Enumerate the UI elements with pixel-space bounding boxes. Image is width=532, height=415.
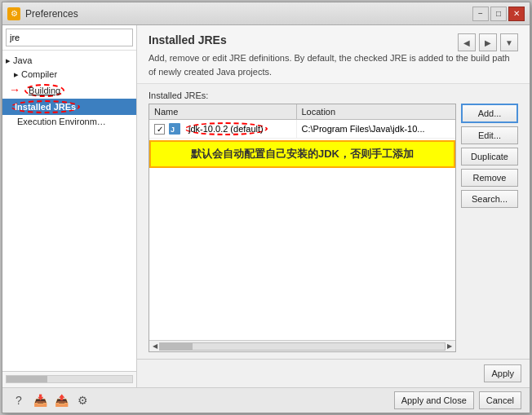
annotation-box: 默认会自动配置自己安装的JDK，否则手工添加 <box>149 140 455 168</box>
apply-button[interactable]: Apply <box>484 364 521 382</box>
jre-location-cell: C:\Program Files\Java\jdk-10... <box>296 120 455 139</box>
jres-table-wrap: Name Location ✓ <box>149 104 456 352</box>
main-header: Installed JREs ◀ ▶ ▼ Add, remove or edit… <box>137 25 530 84</box>
export-icon[interactable]: 📤 <box>53 392 69 408</box>
jre-icon: J <box>168 122 181 135</box>
app-icon: ⚙ <box>7 7 20 20</box>
dropdown-nav-button[interactable]: ▼ <box>500 33 518 51</box>
remove-button[interactable]: Remove <box>461 169 518 187</box>
nav-icons: ◀ ▶ ▼ <box>458 33 518 51</box>
main-header-top: Installed JREs ◀ ▶ ▼ <box>149 33 518 51</box>
cancel-button[interactable]: Cancel <box>479 391 521 409</box>
footer-icons: ? 📥 📤 ⚙ <box>11 392 91 408</box>
window-title: Preferences <box>25 8 78 20</box>
sidebar-item-building[interactable]: → Building <box>2 82 136 99</box>
title-bar-left: ⚙ Preferences <box>7 7 78 20</box>
svg-text:J: J <box>171 126 175 134</box>
sidebar-bottom <box>2 371 136 387</box>
jre-name-text: jdk-10.0.2 (default) <box>188 124 264 134</box>
forward-nav-button[interactable]: ▶ <box>479 33 497 51</box>
apply-and-close-button[interactable]: Apply and Close <box>394 391 474 409</box>
filter-input[interactable] <box>6 29 133 46</box>
name-column-header: Name <box>149 104 296 120</box>
add-button[interactable]: Add... <box>461 104 518 123</box>
main-panel: Installed JREs ◀ ▶ ▼ Add, remove or edit… <box>137 25 530 387</box>
jres-table: Name Location ✓ <box>149 104 455 139</box>
title-controls: − □ ✕ <box>472 7 525 21</box>
table-row[interactable]: ✓ J jdk-10.0.2 (default) <box>149 120 455 139</box>
edit-button[interactable]: Edit... <box>461 126 518 144</box>
h-scrollbar[interactable] <box>159 342 446 351</box>
scroll-right-button[interactable]: ▶ <box>446 342 454 350</box>
help-icon[interactable]: ? <box>11 392 27 408</box>
bottom-bar: Apply <box>137 359 530 387</box>
import-icon[interactable]: 📥 <box>32 392 48 408</box>
location-column-header: Location <box>296 104 455 120</box>
jre-name-cell: ✓ J jdk-10.0.2 (default) <box>149 120 296 139</box>
minimize-button[interactable]: − <box>472 7 489 21</box>
h-scrollbar-area: ◀ ▶ <box>149 340 455 351</box>
jres-label: Installed JREs: <box>149 91 518 100</box>
h-scrollbar-thumb <box>160 343 193 350</box>
maximize-button[interactable]: □ <box>490 7 507 21</box>
jres-section: Installed JREs: Name Location <box>137 84 530 359</box>
jre-checkbox[interactable]: ✓ <box>154 124 165 135</box>
tree-area: ▸ Java ▸ Compiler → Building Installed J… <box>2 51 136 371</box>
jres-table-container: Name Location ✓ <box>149 104 518 352</box>
sidebar-item-java[interactable]: ▸ Java <box>2 54 136 68</box>
sidebar-item-installed-jres[interactable]: Installed JREs <box>2 99 136 115</box>
content-area: ▸ Java ▸ Compiler → Building Installed J… <box>2 25 530 387</box>
sidebar-item-compiler[interactable]: ▸ Compiler <box>2 68 136 82</box>
settings-icon[interactable]: ⚙ <box>74 392 91 408</box>
title-bar: ⚙ Preferences − □ ✕ <box>2 2 530 25</box>
sidebar: ▸ Java ▸ Compiler → Building Installed J… <box>2 25 137 387</box>
search-box-container <box>2 25 136 51</box>
scroll-left-button[interactable]: ◀ <box>151 342 159 350</box>
panel-description: Add, remove or edit JRE definitions. By … <box>149 51 518 78</box>
sidebar-item-execution-environments[interactable]: Execution Environm… <box>2 115 136 128</box>
footer-buttons: Apply and Close Cancel <box>394 391 521 409</box>
search-button[interactable]: Search... <box>461 190 518 208</box>
right-buttons: Add... Edit... Duplicate Remove Search..… <box>461 104 518 352</box>
footer-bar: ? 📥 📤 ⚙ Apply and Close Cancel <box>2 387 530 413</box>
close-button[interactable]: ✕ <box>508 7 525 21</box>
preferences-window: ⚙ Preferences − □ ✕ ▸ Java ▸ Compiler <box>2 2 530 413</box>
back-nav-button[interactable]: ◀ <box>458 33 476 51</box>
panel-title: Installed JREs <box>149 33 227 46</box>
duplicate-button[interactable]: Duplicate <box>461 148 518 166</box>
